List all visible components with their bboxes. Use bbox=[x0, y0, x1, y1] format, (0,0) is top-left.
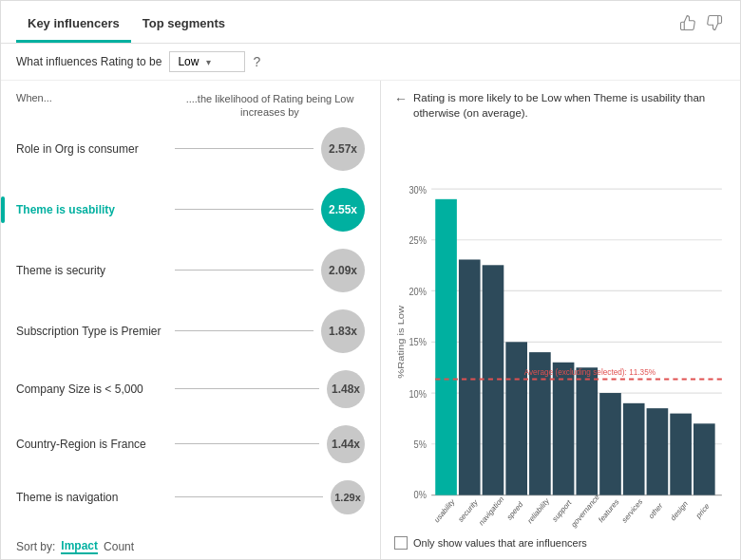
row-line-3 bbox=[175, 330, 314, 331]
svg-text:reliability: reliability bbox=[526, 496, 551, 526]
svg-text:30%: 30% bbox=[408, 184, 427, 196]
svg-text:price: price bbox=[694, 501, 711, 521]
svg-text:other: other bbox=[648, 501, 665, 521]
svg-text:features: features bbox=[598, 497, 620, 525]
chevron-down-icon: ▾ bbox=[206, 57, 211, 67]
tab-group: Key influencers Top segments bbox=[16, 10, 237, 43]
influencer-row-2[interactable]: Theme is security 2.09x bbox=[16, 249, 365, 292]
svg-text:usability: usability bbox=[433, 497, 456, 525]
column-when: When... bbox=[16, 92, 175, 120]
bubble-1: 2.55x bbox=[321, 188, 365, 232]
row-line-5 bbox=[175, 443, 319, 444]
chart-footer: Only show values that are influencers bbox=[394, 536, 727, 550]
bubble-6: 1.29x bbox=[331, 480, 365, 514]
bar-usability[interactable] bbox=[435, 199, 457, 495]
row-label-4: Company Size is < 5,000 bbox=[16, 383, 175, 396]
bar-governance[interactable] bbox=[576, 367, 598, 495]
bar-design[interactable] bbox=[670, 414, 692, 495]
chart-footer-label: Only show values that are influencers bbox=[413, 537, 587, 549]
row-label-6: Theme is navigation bbox=[16, 491, 175, 504]
bubble-4: 1.48x bbox=[327, 370, 365, 408]
row-line-4 bbox=[175, 388, 319, 389]
tab-key-influencers[interactable]: Key influencers bbox=[16, 10, 131, 43]
filter-bar: What influences Rating to be Low ▾ ? bbox=[1, 44, 740, 81]
filter-dropdown[interactable]: Low ▾ bbox=[169, 51, 245, 72]
row-label-5: Country-Region is France bbox=[16, 438, 175, 451]
svg-text:20%: 20% bbox=[408, 286, 427, 297]
row-label-0: Role in Org is consumer bbox=[16, 142, 175, 156]
svg-text:navigation: navigation bbox=[478, 495, 505, 528]
filter-label: What influences Rating to be bbox=[16, 55, 162, 68]
average-label: Average (excluding selected): 11.35% bbox=[524, 367, 656, 378]
only-influencers-checkbox[interactable] bbox=[394, 536, 408, 550]
sort-by-count[interactable]: Count bbox=[104, 540, 134, 553]
svg-text:security: security bbox=[457, 497, 479, 524]
thumbup-icon[interactable] bbox=[677, 12, 698, 33]
influencer-row-3[interactable]: Subscription Type is Premier 1.83x bbox=[16, 309, 365, 353]
bar-features[interactable] bbox=[599, 393, 621, 495]
bubble-2: 2.09x bbox=[321, 249, 365, 292]
thumbdown-icon[interactable] bbox=[704, 12, 725, 33]
bubble-0: 2.57x bbox=[321, 127, 365, 171]
bar-price[interactable] bbox=[694, 423, 715, 495]
back-arrow-icon[interactable]: ← bbox=[394, 91, 408, 106]
row-label-2: Theme is security bbox=[16, 264, 175, 277]
column-headers: When... ....the likelihood of Rating bei… bbox=[16, 88, 365, 127]
row-label-1: Theme is usability bbox=[16, 203, 175, 216]
right-panel-title: Rating is more likely to be Low when The… bbox=[413, 90, 727, 121]
right-panel-header: ← Rating is more likely to be Low when T… bbox=[394, 90, 727, 121]
chart-area: 30% 25% 20% 15% 10% 5% 0% bbox=[394, 130, 727, 531]
row-line-0 bbox=[175, 148, 314, 149]
left-panel: When... ....the likelihood of Rating bei… bbox=[1, 81, 381, 559]
bubble-5: 1.44x bbox=[327, 425, 365, 463]
svg-text:25%: 25% bbox=[408, 235, 427, 247]
influencer-row-1[interactable]: Theme is usability 2.55x bbox=[16, 188, 365, 232]
filter-value: Low bbox=[178, 55, 199, 68]
influencer-row-4[interactable]: Company Size is < 5,000 1.48x bbox=[16, 370, 365, 408]
right-panel: ← Rating is more likely to be Low when T… bbox=[381, 81, 740, 559]
row-line-1 bbox=[175, 209, 314, 210]
svg-text:services: services bbox=[620, 497, 643, 525]
selected-indicator bbox=[1, 196, 5, 223]
svg-text:support: support bbox=[551, 497, 573, 524]
sort-by-impact[interactable]: Impact bbox=[61, 539, 98, 554]
svg-text:15%: 15% bbox=[408, 336, 427, 347]
sort-label: Sort by: bbox=[16, 540, 55, 553]
sort-bar: Sort by: Impact Count bbox=[16, 532, 365, 554]
x-axis-label: Theme bbox=[562, 530, 593, 531]
svg-text:%Rating is Low: %Rating is Low bbox=[396, 305, 406, 379]
svg-text:5%: 5% bbox=[414, 439, 427, 450]
bar-chart: 30% 25% 20% 15% 10% 5% 0% bbox=[394, 130, 727, 531]
svg-text:0%: 0% bbox=[414, 490, 427, 501]
header-icons bbox=[677, 12, 725, 41]
svg-text:10%: 10% bbox=[408, 388, 427, 400]
column-likelihood: ....the likelihood of Rating being Low i… bbox=[175, 92, 365, 120]
row-label-3: Subscription Type is Premier bbox=[16, 325, 175, 338]
row-line-6 bbox=[175, 496, 323, 497]
bar-speed[interactable] bbox=[505, 343, 527, 495]
row-line-2 bbox=[175, 270, 314, 271]
influencer-row-5[interactable]: Country-Region is France 1.44x bbox=[16, 425, 365, 463]
bubble-3: 1.83x bbox=[321, 309, 365, 353]
influencer-row-0[interactable]: Role in Org is consumer 2.57x bbox=[16, 127, 365, 171]
bar-support[interactable] bbox=[553, 363, 575, 495]
influencer-row-6[interactable]: Theme is navigation 1.29x bbox=[16, 480, 365, 514]
bar-other[interactable] bbox=[647, 408, 669, 495]
svg-text:design: design bbox=[670, 499, 690, 523]
bar-security[interactable] bbox=[459, 260, 481, 495]
bar-services[interactable] bbox=[623, 403, 645, 495]
help-icon[interactable]: ? bbox=[253, 54, 260, 69]
svg-text:speed: speed bbox=[505, 500, 524, 523]
tab-top-segments[interactable]: Top segments bbox=[131, 10, 237, 43]
svg-text:governance: governance bbox=[570, 493, 601, 530]
